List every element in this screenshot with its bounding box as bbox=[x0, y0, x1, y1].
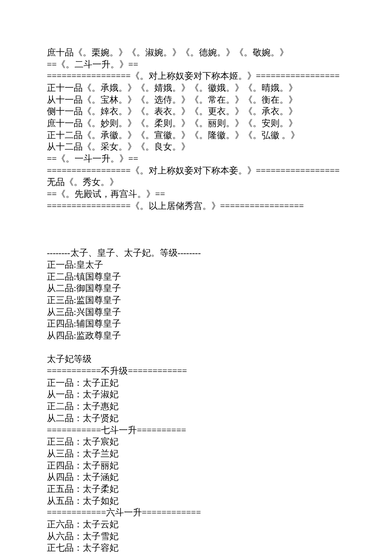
text-line: 正二品：太子惠妃 bbox=[47, 401, 345, 413]
text-line: 太子妃等级 bbox=[47, 353, 345, 365]
text-line: 从二品:御国尊皇子 bbox=[47, 283, 345, 295]
text-line bbox=[47, 212, 345, 224]
text-line: =================《。对上称奴妾对下称本姬。》=========… bbox=[47, 70, 345, 82]
text-line: 正四品:辅国尊皇子 bbox=[47, 318, 345, 330]
text-line: =================《。对上称奴妾对下称本妾。》=========… bbox=[47, 165, 345, 177]
text-line: 正六品：太子云妃 bbox=[47, 519, 345, 531]
text-line: ===========七斗一升========== bbox=[47, 425, 345, 436]
text-line bbox=[47, 236, 345, 248]
text-line: ============六斗一升============ bbox=[47, 507, 345, 519]
text-line: 正五品：太子柔妃 bbox=[47, 483, 345, 495]
text-line: ==《。先殿试，再宫斗。》== bbox=[47, 188, 345, 200]
text-line bbox=[47, 224, 345, 236]
text-line: 从三品：太子兰妃 bbox=[47, 448, 345, 460]
text-line: 正三品：太子宸妃 bbox=[47, 436, 345, 448]
text-line: 庶十一品《。妙则。》《。柔则。》《。丽则。》《。安则。》 bbox=[47, 118, 345, 130]
document-body: 庶十品《。栗婉。》《。淑婉。》《。德婉。》《。敬婉。》==《。二斗一升。》===… bbox=[47, 47, 345, 555]
text-line: 正一品:皇太子 bbox=[47, 259, 345, 271]
text-line: 从十二品《。采女。》《。良女。》 bbox=[47, 141, 345, 153]
text-line: 从一品：太子淑妃 bbox=[47, 389, 345, 401]
text-line: =================《。以上居储秀宫。》=============… bbox=[47, 200, 345, 212]
text-line: 正十一品《。承娥。》《。婧娥。》《。徽娥。》《。晴娥。》 bbox=[47, 82, 345, 94]
text-line: 正四品：太子丽妃 bbox=[47, 460, 345, 472]
text-line: 无品《。秀女。》 bbox=[47, 176, 345, 188]
text-line: 从四品:监政尊皇子 bbox=[47, 330, 345, 342]
text-line: 从十一品《。宝林。》《。选侍。》《。常在。》《。衡在。》 bbox=[47, 94, 345, 106]
text-line: ==《。二斗一升。》== bbox=[47, 59, 345, 71]
text-line: 侧十一品《。婞衣。》《。表衣。》《。更衣。》《。承衣。》 bbox=[47, 106, 345, 118]
text-line: ===========不升级============ bbox=[47, 365, 345, 377]
text-line: 正十二品《。承徽。》《。宣徽。》《。隆徽。》《。弘徽 。》 bbox=[47, 130, 345, 142]
text-line: 从三品:兴国尊皇子 bbox=[47, 306, 345, 318]
text-line bbox=[47, 342, 345, 354]
text-line: 从二品：太子贤妃 bbox=[47, 413, 345, 425]
text-line: 从四品：太子涵妃 bbox=[47, 471, 345, 483]
text-line: 庶十品《。栗婉。》《。淑婉。》《。德婉。》《。敬婉。》 bbox=[47, 47, 345, 59]
text-line: 正二品:镇国尊皇子 bbox=[47, 271, 345, 283]
text-line: 正一品：太子正妃 bbox=[47, 377, 345, 389]
text-line: 正七品：太子容妃 bbox=[47, 542, 345, 554]
text-line: 正三品:监国尊皇子 bbox=[47, 295, 345, 306]
text-line: ==《。一斗一升。》== bbox=[47, 153, 345, 165]
text-line: 从五品：太子如妃 bbox=[47, 495, 345, 507]
text-line: --------太子、皇子、太子妃。等级-------- bbox=[47, 247, 345, 259]
text-line: 从六品：太子雪妃 bbox=[47, 531, 345, 543]
